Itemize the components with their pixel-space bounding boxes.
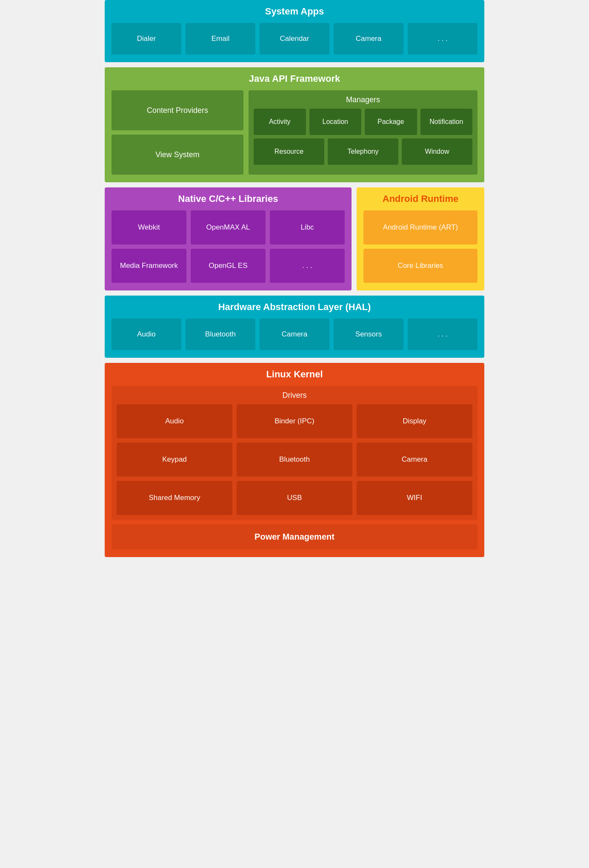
managers-row2: ResourceTelephonyWindow: [254, 138, 472, 165]
linux-kernel-title: Linux Kernel: [112, 369, 477, 380]
managers-section: Managers ActivityLocationPackageNotifica…: [249, 90, 477, 175]
system-apps-grid: DialerEmailCalendarCamera. . .: [112, 23, 477, 55]
manager-tile: Location: [309, 109, 362, 135]
manager-tile: Window: [402, 138, 472, 165]
driver-tile: Binder (IPC): [237, 404, 352, 438]
java-api-title: Java API Framework: [112, 73, 477, 84]
native-cpp-grid: WebkitOpenMAX ALLibcMedia FrameworkOpenG…: [112, 210, 345, 283]
native-cpp-title: Native C/C++ Libraries: [112, 193, 345, 204]
hal-tile: . . .: [408, 319, 477, 350]
driver-tile: Camera: [357, 443, 472, 477]
driver-tile: Display: [357, 404, 472, 438]
hal-layer: Hardware Abstraction Layer (HAL) AudioBl…: [105, 296, 484, 358]
native-cpp-tile: Media Framework: [112, 249, 186, 283]
manager-tile: Package: [365, 109, 417, 135]
native-cpp-tile: OpenMAX AL: [191, 210, 266, 244]
manager-tile: Resource: [254, 138, 324, 165]
system-apps-layer: System Apps DialerEmailCalendarCamera. .…: [105, 0, 484, 62]
java-api-left: Content Providers View System: [112, 90, 243, 175]
android-runtime-grid: Android Runtime (ART)Core Libraries: [363, 210, 477, 283]
system-apps-title: System Apps: [112, 6, 477, 17]
drivers-section: Drivers AudioBinder (IPC)DisplayKeypadBl…: [112, 386, 477, 520]
linux-kernel-layer: Linux Kernel Drivers AudioBinder (IPC)Di…: [105, 363, 484, 557]
hal-title: Hardware Abstraction Layer (HAL): [112, 302, 477, 313]
native-cpp-layer: Native C/C++ Libraries WebkitOpenMAX ALL…: [105, 187, 352, 290]
android-runtime-tile: Core Libraries: [363, 249, 477, 283]
hal-tile: Bluetooth: [186, 319, 255, 350]
drivers-grid: AudioBinder (IPC)DisplayKeypadBluetoothC…: [117, 404, 472, 515]
manager-tile: Telephony: [328, 138, 398, 165]
drivers-title: Drivers: [117, 391, 472, 400]
managers-row1: ActivityLocationPackageNotification: [254, 109, 472, 135]
hal-tile: Audio: [112, 319, 181, 350]
android-runtime-title: Android Runtime: [363, 193, 477, 204]
driver-tile: WIFI: [357, 481, 472, 515]
native-runtime-row: Native C/C++ Libraries WebkitOpenMAX ALL…: [105, 187, 484, 290]
java-api-content: Content Providers View System Managers A…: [112, 90, 477, 175]
driver-tile: Keypad: [117, 443, 232, 477]
native-cpp-tile: Webkit: [112, 210, 186, 244]
native-cpp-tile: Libc: [270, 210, 345, 244]
driver-tile: Bluetooth: [237, 443, 352, 477]
java-api-layer: Java API Framework Content Providers Vie…: [105, 67, 484, 182]
system-apps-tile: Dialer: [112, 23, 181, 55]
android-runtime-tile: Android Runtime (ART): [363, 210, 477, 244]
hal-grid: AudioBluetoothCameraSensors. . .: [112, 319, 477, 350]
system-apps-tile: Camera: [334, 23, 403, 55]
managers-title: Managers: [254, 95, 472, 104]
driver-tile: Shared Memory: [117, 481, 232, 515]
system-apps-tile: . . .: [408, 23, 477, 55]
hal-tile: Sensors: [334, 319, 403, 350]
driver-tile: Audio: [117, 404, 232, 438]
native-cpp-tile: . . .: [270, 249, 345, 283]
hal-tile: Camera: [260, 319, 329, 350]
driver-tile: USB: [237, 481, 352, 515]
system-apps-tile: Email: [186, 23, 255, 55]
native-cpp-tile: OpenGL ES: [191, 249, 266, 283]
power-management: Power Management: [112, 524, 477, 549]
manager-tile: Activity: [254, 109, 306, 135]
manager-tile: Notification: [420, 109, 473, 135]
android-runtime-layer: Android Runtime Android Runtime (ART)Cor…: [357, 187, 484, 290]
content-providers-tile: Content Providers: [112, 90, 243, 130]
view-system-tile: View System: [112, 135, 243, 175]
system-apps-tile: Calendar: [260, 23, 329, 55]
